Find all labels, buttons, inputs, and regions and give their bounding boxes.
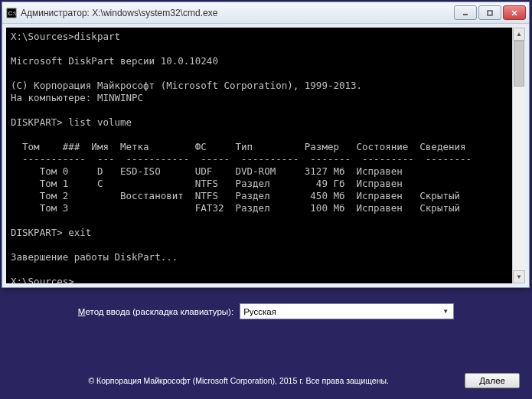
svg-rect-3 xyxy=(488,11,492,15)
scroll-down-button[interactable]: ▼ xyxy=(513,270,525,283)
input-method-row: Метод ввода (раскладка клавиатуры): Русс… xyxy=(0,303,532,319)
svg-text:C:\: C:\ xyxy=(8,9,17,16)
cmd-window: C:\ Администратор: X:\windows\system32\c… xyxy=(2,2,530,288)
titlebar[interactable]: C:\ Администратор: X:\windows\system32\c… xyxy=(2,2,529,24)
console-area[interactable]: X:\Sources>diskpart Microsoft DiskPart в… xyxy=(6,28,525,283)
input-method-label: Метод ввода (раскладка клавиатуры): xyxy=(78,307,233,316)
cmd-icon: C:\ xyxy=(5,7,18,19)
footer: © Корпорация Майкрософт (Microsoft Corpo… xyxy=(0,373,532,388)
close-button[interactable] xyxy=(503,5,526,20)
maximize-button[interactable] xyxy=(478,5,501,20)
dropdown-value: Русская xyxy=(243,307,276,316)
minimize-button[interactable] xyxy=(454,5,477,20)
next-button[interactable]: Далее xyxy=(465,373,520,388)
window-controls xyxy=(454,5,526,20)
minimize-icon xyxy=(462,9,469,17)
console-output: X:\Sources>diskpart Microsoft DiskPart в… xyxy=(6,28,525,283)
scroll-track[interactable] xyxy=(513,41,525,270)
close-icon xyxy=(511,9,518,17)
scroll-up-button[interactable]: ▲ xyxy=(513,28,525,41)
input-method-dropdown[interactable]: Русская ▼ xyxy=(240,303,454,319)
vertical-scrollbar[interactable]: ▲ ▼ xyxy=(512,28,525,283)
copyright-text: © Корпорация Майкрософт (Microsoft Corpo… xyxy=(12,376,465,385)
chevron-down-icon: ▼ xyxy=(439,306,452,317)
maximize-icon xyxy=(486,9,494,17)
scroll-thumb[interactable] xyxy=(514,41,524,87)
window-title: Администратор: X:\windows\system32\cmd.e… xyxy=(21,8,454,18)
